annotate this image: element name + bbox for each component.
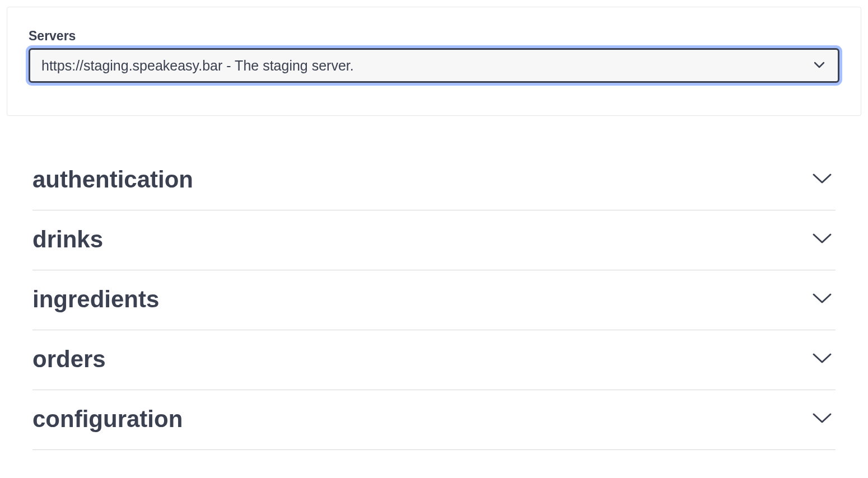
server-select-wrap: https://staging.speakeasy.bar - The stag… — [29, 48, 839, 83]
section-title: authentication — [32, 166, 193, 193]
servers-label: Servers — [29, 29, 839, 44]
chevron-down-icon — [812, 292, 832, 307]
section-drinks[interactable]: drinks — [32, 210, 836, 270]
chevron-down-icon — [812, 172, 832, 187]
section-orders[interactable]: orders — [32, 330, 836, 390]
section-title: configuration — [32, 406, 183, 433]
section-title: ingredients — [32, 286, 159, 313]
servers-panel: Servers https://staging.speakeasy.bar - … — [7, 7, 861, 116]
section-authentication[interactable]: authentication — [32, 151, 836, 210]
chevron-down-icon — [812, 352, 832, 367]
chevron-down-icon — [812, 232, 832, 247]
chevron-down-icon — [812, 412, 832, 427]
sections-list: authentication drinks ingredients orders… — [0, 151, 868, 450]
server-select[interactable]: https://staging.speakeasy.bar - The stag… — [30, 50, 838, 81]
section-configuration[interactable]: configuration — [32, 390, 836, 450]
section-title: drinks — [32, 226, 103, 253]
section-ingredients[interactable]: ingredients — [32, 270, 836, 330]
section-title: orders — [32, 346, 106, 373]
